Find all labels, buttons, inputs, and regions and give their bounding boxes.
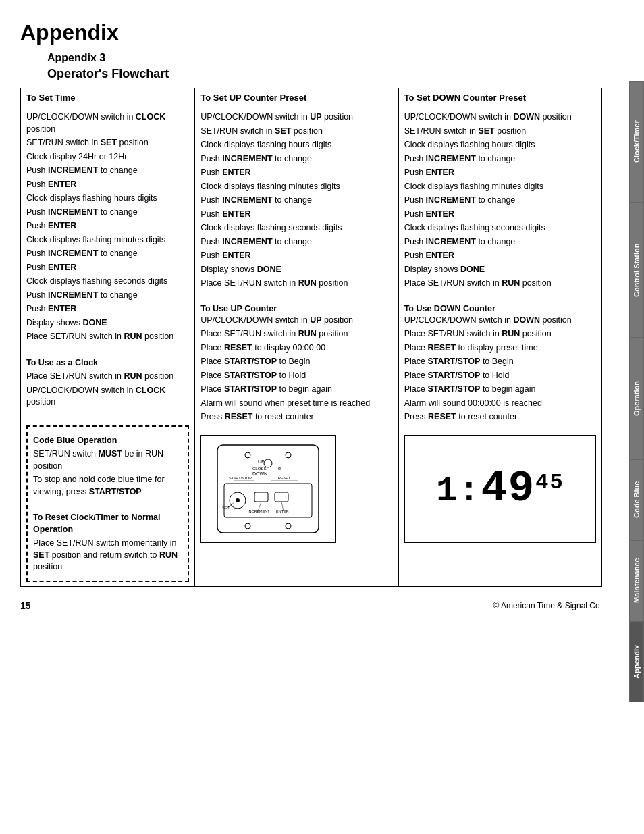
- col2-row-4: Push INCREMENT to change: [200, 153, 392, 165]
- svg-text:SET: SET: [222, 506, 230, 510]
- col3-row-13: Place SET/RUN switch in RUN position: [404, 278, 596, 290]
- col2-row-7: Push INCREMENT to change: [200, 194, 392, 207]
- svg-rect-17: [275, 492, 288, 502]
- col1-set-time: UP/CLOCK/DOWN switch in CLOCK position S…: [26, 111, 189, 582]
- col1-row-5: Push ENTER: [26, 179, 189, 191]
- reset-row-1: Place SET/RUN switch momentarily in SET …: [33, 538, 182, 573]
- col3-set-down: UP/CLOCK/DOWN switch in DOWN position SE…: [404, 111, 596, 290]
- svg-text:DOWN: DOWN: [252, 471, 267, 476]
- col2-row-3: Clock displays flashing hours digits: [200, 139, 392, 151]
- col2-s2-row-3: Place RESET to display 00:00:00: [200, 342, 392, 355]
- svg-text:START/STOP: START/STOP: [229, 476, 252, 480]
- device-svg: UP CLOCK d ● DOWN START/STOP RESET: [211, 442, 325, 536]
- col3-s2-row-1: UP/CLOCK/DOWN switch in DOWN position: [404, 315, 596, 327]
- col3-row-2: SET/RUN switch in SET position: [404, 126, 596, 138]
- svg-point-15: [236, 498, 240, 502]
- svg-point-2: [286, 452, 291, 458]
- col2-s2-row-1: UP/CLOCK/DOWN switch in UP position: [200, 315, 392, 327]
- col1-row-7: Push INCREMENT to change: [26, 207, 189, 219]
- tab-appendix[interactable]: Appendix: [629, 621, 644, 702]
- col3-row-3: Clock displays flashing hours digits: [404, 139, 596, 151]
- svg-text:ENTER: ENTER: [276, 509, 289, 513]
- reset-header: To Reset Clock/Timer to Normal Operation: [33, 512, 182, 536]
- col2-row-5: Push ENTER: [200, 167, 392, 179]
- col1-section2-header: To Use as a Clock: [26, 357, 189, 369]
- col2-row-2: SET/RUN switch in SET position: [200, 126, 392, 138]
- col1-row-2: SET/RUN switch in SET position: [26, 137, 189, 149]
- col3-s2-row-7: Alarm will sound 00:00:00 is reached: [404, 398, 596, 410]
- col2-row-13: Place SET/RUN switch in RUN position: [200, 278, 392, 290]
- col3-s2-row-2: Place SET/RUN switch in RUN position: [404, 328, 596, 340]
- tab-control-station[interactable]: Control Station: [629, 203, 644, 338]
- col3-row-5: Push ENTER: [404, 167, 596, 179]
- col3-row-12: Display shows DONE: [404, 264, 596, 276]
- col3-section2-header: To Use DOWN Counter: [404, 304, 596, 313]
- col3-row-9: Clock displays flashing seconds digits: [404, 222, 596, 234]
- flowchart-title: Operator's Flowchart: [47, 67, 602, 81]
- col1-row-6: Clock displays flashing hours digits: [26, 192, 189, 205]
- svg-point-25: [286, 523, 291, 529]
- col3-s2-row-8: Press RESET to reset counter: [404, 411, 596, 423]
- col2-content: UP/CLOCK/DOWN switch in UP position SET/…: [195, 107, 398, 587]
- svg-rect-0: [217, 445, 319, 533]
- col1-row-16: Place SET/RUN switch in RUN position: [26, 331, 189, 343]
- dashed-box: Code Blue Operation SET/RUN switch MUST …: [26, 425, 189, 582]
- col1-row-3: Clock display 24Hr or 12Hr: [26, 151, 189, 163]
- col2-section2-header: To Use UP Counter: [200, 304, 392, 313]
- svg-point-1: [245, 452, 250, 458]
- col3-row-4: Push INCREMENT to change: [404, 153, 596, 165]
- page-title: Appendix: [20, 20, 602, 45]
- svg-text:INCREMENT: INCREMENT: [248, 509, 270, 513]
- col2-header: To Set UP Counter Preset: [195, 88, 398, 107]
- device-diagram: UP CLOCK d ● DOWN START/STOP RESET: [200, 435, 336, 543]
- tab-code-blue[interactable]: Code Blue: [629, 459, 644, 540]
- copyright: © American Time & Signal Co.: [493, 601, 602, 610]
- page-number: 15: [20, 600, 31, 611]
- col3-s2-row-3: Place RESET to display preset time: [404, 342, 596, 355]
- col3-s2-row-5: Place START/STOP to Hold: [404, 370, 596, 382]
- col1-s2-row-1: Place SET/RUN switch in RUN position: [26, 371, 189, 383]
- col3-header: To Set DOWN Counter Preset: [398, 88, 601, 107]
- tab-maintenance[interactable]: Maintenance: [629, 540, 644, 621]
- col2-row-6: Clock displays flashing minutes digits: [200, 181, 392, 193]
- col1-content: UP/CLOCK/DOWN switch in CLOCK position S…: [21, 107, 195, 587]
- main-content: Appendix Appendix 3 Operator's Flowchart…: [0, 0, 629, 834]
- col2-s2-row-5: Place START/STOP to Hold: [200, 370, 392, 382]
- col2-row-11: Push ENTER: [200, 250, 392, 262]
- svg-point-24: [245, 523, 250, 529]
- svg-text:●: ●: [260, 467, 263, 471]
- code-blue-header: Code Blue Operation: [33, 435, 182, 447]
- page-wrapper: Clock/Timer Control Station Operation Co…: [0, 0, 644, 834]
- col1-row-14: Push ENTER: [26, 303, 189, 315]
- col1-row-1: UP/CLOCK/DOWN switch in CLOCK position: [26, 111, 189, 135]
- col2-set-up: UP/CLOCK/DOWN switch in UP position SET/…: [200, 111, 392, 290]
- svg-text:RESET: RESET: [278, 476, 291, 480]
- col2-s2-row-7: Alarm will sound when preset time is rea…: [200, 398, 392, 410]
- side-tabs: Clock/Timer Control Station Operation Co…: [629, 81, 644, 702]
- col1-row-11: Push ENTER: [26, 262, 189, 274]
- tab-operation[interactable]: Operation: [629, 338, 644, 459]
- col1-row-15: Display shows DONE: [26, 317, 189, 330]
- col2-row-12: Display shows DONE: [200, 264, 392, 276]
- col2-s2-row-6: Place START/STOP to begin again: [200, 384, 392, 396]
- clock-display-box: 1:4945: [404, 435, 596, 543]
- col2-row-1: UP/CLOCK/DOWN switch in UP position: [200, 111, 392, 124]
- col2-row-8: Push ENTER: [200, 209, 392, 221]
- col1-row-13: Push INCREMENT to change: [26, 290, 189, 302]
- col1-row-12: Clock displays flashing seconds digits: [26, 276, 189, 288]
- col2-s2-row-4: Place START/STOP to Begin: [200, 356, 392, 368]
- col3-content: UP/CLOCK/DOWN switch in DOWN position SE…: [398, 107, 601, 587]
- col2-s2-row-8: Press RESET to reset counter: [200, 411, 392, 423]
- clock-display: 1:4945: [436, 465, 564, 513]
- col1-row-10: Push INCREMENT to change: [26, 248, 189, 260]
- footer-row: 15 © American Time & Signal Co.: [20, 600, 602, 611]
- col3-row-8: Push ENTER: [404, 209, 596, 221]
- col2-row-10: Push INCREMENT to change: [200, 236, 392, 249]
- appendix-number: Appendix 3: [47, 52, 602, 64]
- main-content-row: UP/CLOCK/DOWN switch in CLOCK position S…: [21, 107, 602, 587]
- tab-clock-timer[interactable]: Clock/Timer: [629, 81, 644, 203]
- col2-row-9: Clock displays flashing seconds digits: [200, 222, 392, 234]
- col3-row-1: UP/CLOCK/DOWN switch in DOWN position: [404, 111, 596, 124]
- col3-row-10: Push INCREMENT to change: [404, 236, 596, 249]
- col1-header: To Set Time: [21, 88, 195, 107]
